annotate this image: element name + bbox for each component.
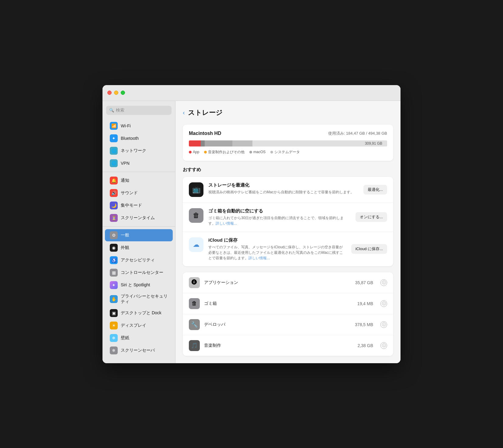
optimize-desc: 視聴済みの映画やテレビ番組をこのMacから自動的に削除することで容量を節約します… [208, 189, 359, 195]
sidebar-item-desktop[interactable]: ▣デスクトップと Dock [105, 307, 173, 319]
bar-free: 309,91 GB [252, 140, 387, 146]
trash-desc: ゴミ箱に入れてから30日が過ぎた項目を自動的に消去することで、領域を節約します。… [208, 215, 351, 226]
storage-list-item-music: 🎵音楽制作2,38 GBⓘ [183, 335, 393, 356]
legend-label-app: App [193, 150, 199, 154]
storage-bar: 309,91 GB [189, 140, 387, 146]
privacy-icon: ✋ [110, 295, 118, 303]
apps-info-button[interactable]: ⓘ [380, 279, 387, 286]
sidebar-item-sound[interactable]: 🔊サウンド [105, 187, 173, 199]
storage-list-item-apps: 🅐アプリケーション35,87 GBⓘ [183, 272, 393, 293]
sidebar-label-controlcenter: コントロールセンター [121, 270, 163, 275]
sidebar-item-screensaver[interactable]: ❄スクリーンセーバ [105, 344, 173, 357]
appearance-icon: ◉ [110, 244, 118, 252]
sidebar-label-screensaver: スクリーンセーバ [121, 348, 155, 353]
sidebar-label-wallpaper: 壁紙 [121, 335, 129, 341]
sidebar-item-vpn[interactable]: 🌐VPN [105, 157, 173, 169]
icloud-button[interactable]: iCloud に保存... [351, 244, 387, 254]
apps-list-icon: 🅐 [189, 277, 200, 288]
search-placeholder: 検索 [116, 108, 124, 113]
bar-app [189, 140, 201, 146]
desktop-icon: ▣ [110, 309, 118, 317]
optimize-title: ストレージを最適化 [208, 182, 359, 188]
sidebar-item-screentime[interactable]: ⏳スクリーンタイム [105, 212, 173, 224]
trash-link[interactable]: 詳しい情報... [216, 221, 237, 226]
legend-dot-app [189, 151, 192, 153]
notification-icon: 🔔 [110, 177, 118, 184]
sidebar-item-general[interactable]: ⚙一般 [105, 229, 173, 241]
sidebar: 🔍 検索 📶Wi-Fi✦Bluetooth🌐ネットワーク🌐VPN🔔通知🔊サウンド… [102, 101, 175, 363]
general-icon: ⚙ [110, 231, 118, 239]
apps-list-size: 35,87 GB [355, 280, 373, 285]
icloud-text: iCloud に保存すべてのファイル、写真、メッセージをiCloudに保存し、ス… [208, 237, 346, 261]
trash-info-button[interactable]: ⓘ [380, 300, 387, 307]
back-button[interactable]: ‹ [183, 109, 185, 116]
sidebar-item-appearance[interactable]: ◉外観 [105, 242, 173, 254]
legend-system: システムデータ [270, 150, 300, 155]
bluetooth-icon: ✦ [110, 134, 118, 142]
developer-list-size: 378,5 MB [355, 322, 373, 327]
developer-info-button[interactable]: ⓘ [380, 321, 387, 328]
sidebar-label-sound: サウンド [121, 190, 138, 196]
network-icon: 🌐 [110, 147, 118, 155]
close-button[interactable] [107, 91, 112, 95]
vpn-icon: 🌐 [110, 159, 118, 167]
sidebar-label-accessibility: アクセシビリティ [121, 257, 155, 263]
sidebar-item-focus[interactable]: 🌙集中モード [105, 199, 173, 212]
page-header: ‹ ストレージ [183, 108, 393, 117]
legend-label-music: 音楽制作およびその他 [208, 150, 245, 155]
recommend-card: 📺ストレージを最適化視聴済みの映画やテレビ番組をこのMacから自動的に削除するこ… [183, 177, 393, 266]
icloud-title: iCloud に保存 [208, 237, 346, 243]
legend-app: App [189, 150, 199, 154]
bar-music [201, 140, 205, 146]
trash-button[interactable]: オンにする... [356, 212, 387, 222]
optimize-button[interactable]: 最適化... [363, 185, 387, 195]
storage-list-card: 🅐アプリケーション35,87 GBⓘ🗑ゴミ箱19,4 MBⓘ🔧デベロッパ378,… [183, 272, 393, 356]
sidebar-item-controlcenter[interactable]: ▦コントロールセンター [105, 267, 173, 279]
storage-usage: 使用済み: 184,47 GB / 494,38 GB [328, 131, 387, 136]
sidebar-item-accessibility[interactable]: ♿アクセシビリティ [105, 254, 173, 266]
screentime-icon: ⏳ [110, 214, 118, 222]
sidebar-divider-notification [102, 172, 175, 172]
minimize-button[interactable] [114, 91, 118, 95]
recommend-section-title: おすすめ [183, 167, 393, 173]
music-info-button[interactable]: ⓘ [380, 342, 387, 349]
trash-list-name: ゴミ箱 [204, 301, 353, 306]
legend-macos: macOS [249, 150, 265, 154]
apps-list-name: アプリケーション [204, 280, 351, 285]
developer-list-icon: 🔧 [189, 319, 200, 330]
icloud-link[interactable]: 詳しい情報... [248, 256, 270, 260]
bar-macos [205, 140, 232, 146]
main-window: 🔍 検索 📶Wi-Fi✦Bluetooth🌐ネットワーク🌐VPN🔔通知🔊サウンド… [102, 85, 401, 363]
optimize-text: ストレージを最適化視聴済みの映画やテレビ番組をこのMacから自動的に削除すること… [208, 182, 359, 195]
search-box[interactable]: 🔍 検索 [106, 106, 172, 115]
sidebar-item-privacy[interactable]: ✋プライバシーとセキュリティ [105, 291, 173, 307]
sidebar-item-bluetooth[interactable]: ✦Bluetooth [105, 132, 173, 144]
maximize-button[interactable] [121, 91, 125, 95]
siri-icon: ✦ [110, 281, 118, 289]
sidebar-label-appearance: 外観 [121, 245, 129, 250]
sidebar-label-wifi: Wi-Fi [121, 123, 131, 128]
sidebar-label-network: ネットワーク [121, 148, 146, 153]
music-list-size: 2,38 GB [358, 343, 373, 348]
sidebar-item-wallpaper[interactable]: ❄壁紙 [105, 332, 173, 344]
trash-list-size: 19,4 MB [357, 301, 373, 306]
sidebar-label-vpn: VPN [121, 161, 130, 166]
sidebar-item-notification[interactable]: 🔔通知 [105, 174, 173, 187]
bar-free-label: 309,91 GB [365, 140, 385, 146]
sidebar-item-display[interactable]: ☀ディスプレイ [105, 319, 173, 332]
sidebar-item-network[interactable]: 🌐ネットワーク [105, 145, 173, 157]
trash-icon: 🗑 [189, 208, 203, 223]
sidebar-item-wifi[interactable]: 📶Wi-Fi [105, 120, 173, 132]
sidebar-item-siri[interactable]: ✦Siri と Spotlight [105, 279, 173, 291]
legend-dot-system [270, 151, 273, 153]
screensaver-icon: ❄ [110, 346, 118, 354]
optimize-icon: 📺 [189, 182, 203, 197]
sidebar-label-focus: 集中モード [121, 203, 142, 208]
bar-system [232, 140, 252, 146]
trash-list-icon: 🗑 [189, 298, 200, 309]
legend-label-system: システムデータ [274, 150, 300, 155]
sidebar-label-privacy: プライバシーとセキュリティ [121, 294, 168, 305]
sidebar-label-bluetooth: Bluetooth [121, 136, 139, 141]
sidebar-label-general: 一般 [121, 233, 129, 238]
storage-name: Macintosh HD [189, 131, 221, 136]
